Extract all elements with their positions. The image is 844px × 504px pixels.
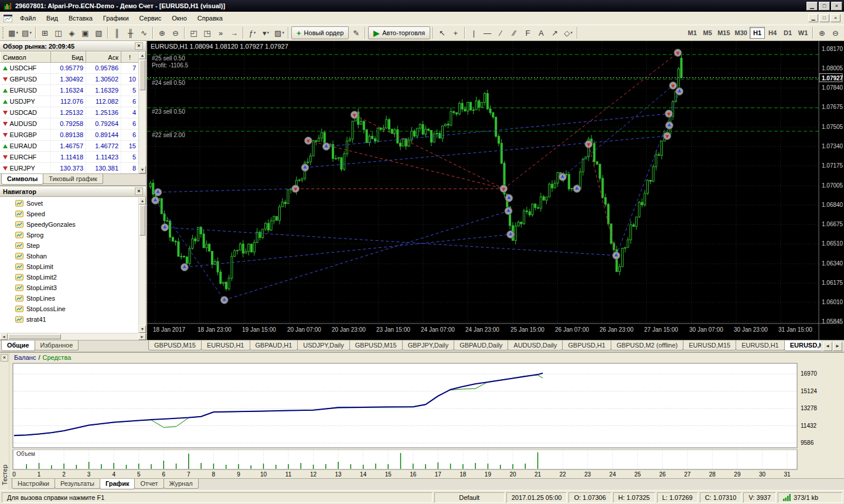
- navigator-tab-1[interactable]: Избранное: [35, 340, 79, 350]
- timeframe-m5-button[interactable]: M5: [700, 27, 715, 39]
- menu-item-4[interactable]: Сервис: [134, 12, 167, 24]
- timeframe-h1-button[interactable]: H1: [750, 27, 765, 39]
- menu-item-0[interactable]: Файл: [15, 12, 41, 24]
- chart-shift-button[interactable]: →: [227, 26, 241, 39]
- column-spread[interactable]: !: [121, 52, 139, 63]
- channel-button[interactable]: ∕∕: [508, 26, 521, 39]
- text-tool-button[interactable]: A: [535, 26, 548, 39]
- balance-chart[interactable]: 169701512413278114329586: [11, 362, 843, 449]
- new-order-button[interactable]: +Новый ордер: [291, 26, 349, 39]
- navigator-button[interactable]: ◈: [65, 26, 79, 39]
- periods-button[interactable]: ▾▾: [259, 26, 273, 39]
- trend-line-button[interactable]: ∕: [494, 26, 508, 39]
- navigator-item-speedygonzales[interactable]: SpeedyGonzales: [0, 219, 146, 230]
- tester-tab-0[interactable]: Настройки: [12, 479, 55, 489]
- metaeditor-button[interactable]: ✎: [349, 26, 363, 39]
- zoom-out-button[interactable]: ⊖: [169, 26, 182, 39]
- chart-tab-2[interactable]: GBPAUD,H1: [250, 340, 298, 350]
- navigator-item-stohan[interactable]: Stohan: [0, 251, 146, 261]
- navigator-item-stoplines[interactable]: StopLines: [0, 293, 146, 304]
- menu-item-5[interactable]: Окно: [166, 12, 192, 24]
- timeframe-m15-button[interactable]: M15: [715, 27, 732, 39]
- market-watch-button[interactable]: ⊞: [38, 26, 52, 39]
- zoom-out-right-button[interactable]: ⊖: [829, 26, 842, 39]
- line-chart-button[interactable]: ∿: [137, 26, 151, 39]
- market-watch-row-usdcad[interactable]: USDCAD1.251321.251364: [1, 107, 139, 118]
- crosshair-button[interactable]: +: [449, 26, 462, 39]
- arrows-tool-button[interactable]: ↗: [548, 26, 561, 39]
- market-watch-row-usdjpy[interactable]: USDJPY112.076112.0826: [1, 96, 139, 107]
- zoom-in-right-button[interactable]: ⊕: [815, 26, 829, 39]
- fibonacci-button[interactable]: F: [521, 26, 535, 39]
- navigator-item-stoplimit3[interactable]: StopLimit3: [0, 282, 146, 293]
- cursor-button[interactable]: ↖: [435, 26, 449, 39]
- mdi-restore-button[interactable]: □: [819, 14, 829, 22]
- market-watch-row-gbpusd[interactable]: GBPUSD1.304921.3050210: [1, 74, 139, 85]
- menu-item-2[interactable]: Вставка: [63, 12, 98, 24]
- chart-tab-10[interactable]: EURUSD,M15: [683, 340, 736, 350]
- chart-tab-12[interactable]: EURUSD,H1 (visual): [784, 340, 821, 351]
- chart-tab-11[interactable]: EURUSD,H1: [736, 340, 785, 350]
- vertical-line-button[interactable]: |: [467, 26, 481, 39]
- market-watch-tab-1[interactable]: Тиковый график: [43, 174, 103, 184]
- market-watch-row-eurjpy[interactable]: EURJPY130.373130.3818: [1, 163, 139, 174]
- menu-item-6[interactable]: Справка: [192, 12, 228, 24]
- close-button[interactable]: ×: [831, 2, 842, 11]
- market-watch-tab-0[interactable]: Символы: [1, 174, 43, 185]
- column-ask[interactable]: Аск: [86, 52, 121, 63]
- scroll-thumb[interactable]: [139, 60, 145, 90]
- auto-trading-button[interactable]: ▶Авто-торговля: [368, 26, 430, 39]
- cascade-windows-button[interactable]: ◳: [200, 26, 214, 39]
- bar-chart-button[interactable]: ║: [110, 26, 124, 39]
- navigator-tab-0[interactable]: Общие: [1, 340, 35, 351]
- navigator-item-sprog[interactable]: Sprog: [0, 230, 146, 240]
- market-watch-scrollbar[interactable]: ▲ ▼: [138, 52, 146, 173]
- timeframe-d1-button[interactable]: D1: [780, 27, 795, 39]
- scroll-down-icon[interactable]: ▼: [139, 325, 146, 333]
- chart-tab-3[interactable]: USDJPY,Daily: [297, 340, 350, 350]
- restore-button[interactable]: □: [819, 2, 830, 11]
- price-chart[interactable]: 1.081701.080051.078401.076751.075051.073…: [147, 41, 843, 340]
- tester-tab-4[interactable]: Журнал: [164, 479, 199, 489]
- timeframe-h4-button[interactable]: H4: [765, 27, 780, 39]
- tile-windows-button[interactable]: ◰: [187, 26, 200, 39]
- chart-tab-4[interactable]: GBPUSD,M15: [349, 340, 403, 350]
- chart-tab-0[interactable]: GBPUSD,M15: [148, 340, 202, 350]
- navigator-item-sovet[interactable]: Sovet: [0, 198, 146, 209]
- market-watch-row-eurchf[interactable]: EURCHF1.114181.114235: [1, 152, 139, 163]
- mdi-minimize-button[interactable]: ▁: [808, 14, 818, 22]
- indicators-button[interactable]: ƒ▾: [246, 26, 259, 39]
- candle-chart-button[interactable]: ╫: [124, 26, 137, 39]
- column-bid[interactable]: Бид: [51, 52, 86, 63]
- status-profile[interactable]: Default: [434, 492, 505, 503]
- auto-scroll-button[interactable]: »: [214, 26, 227, 39]
- chart-tab-9[interactable]: GBPUSD,M2 (offline): [611, 340, 683, 350]
- volume-chart[interactable]: Объем: [11, 449, 843, 471]
- market-watch-row-usdchf[interactable]: USDCHF0.957790.957867: [1, 63, 139, 74]
- scroll-thumb[interactable]: [139, 205, 145, 236]
- scroll-up-icon[interactable]: ▲: [139, 197, 146, 205]
- column-symbol[interactable]: Символ: [1, 52, 51, 63]
- chart-tab-8[interactable]: GBPUSD,H1: [562, 340, 611, 350]
- navigator-item-strat41[interactable]: strat41: [0, 314, 146, 325]
- navigator-item-step[interactable]: Step: [0, 240, 146, 251]
- timeframe-w1-button[interactable]: W1: [795, 27, 811, 39]
- market-watch-row-eurusd[interactable]: EURUSD1.163241.163295: [1, 85, 139, 96]
- scroll-down-icon[interactable]: ▼: [139, 166, 146, 173]
- navigator-item-speed[interactable]: Speed: [0, 209, 146, 219]
- tester-close-icon[interactable]: ×: [1, 354, 8, 362]
- horizontal-line-button[interactable]: —: [481, 26, 494, 39]
- menu-item-1[interactable]: Вид: [41, 12, 63, 24]
- navigator-item-stoplimit[interactable]: StopLimit: [0, 261, 146, 272]
- tabs-scroll-left-icon[interactable]: ◄: [823, 342, 832, 351]
- navigator-hscrollbar[interactable]: ◄ ►: [0, 333, 146, 340]
- profiles-button[interactable]: ▤▾: [20, 26, 33, 39]
- tabs-scroll-right-icon[interactable]: ►: [833, 342, 842, 351]
- market-watch-row-euraud[interactable]: EURAUD1.467571.4677215: [1, 141, 139, 152]
- navigator-item-stoplossline[interactable]: StopLossLine: [0, 304, 146, 314]
- tester-tab-1[interactable]: Результаты: [55, 479, 100, 489]
- timeframe-m30-button[interactable]: M30: [733, 27, 750, 39]
- chart-tab-7[interactable]: AUDUSD,Daily: [508, 340, 563, 350]
- shapes-button[interactable]: ◇▾: [561, 26, 575, 39]
- scroll-left-icon[interactable]: ◄: [0, 333, 8, 340]
